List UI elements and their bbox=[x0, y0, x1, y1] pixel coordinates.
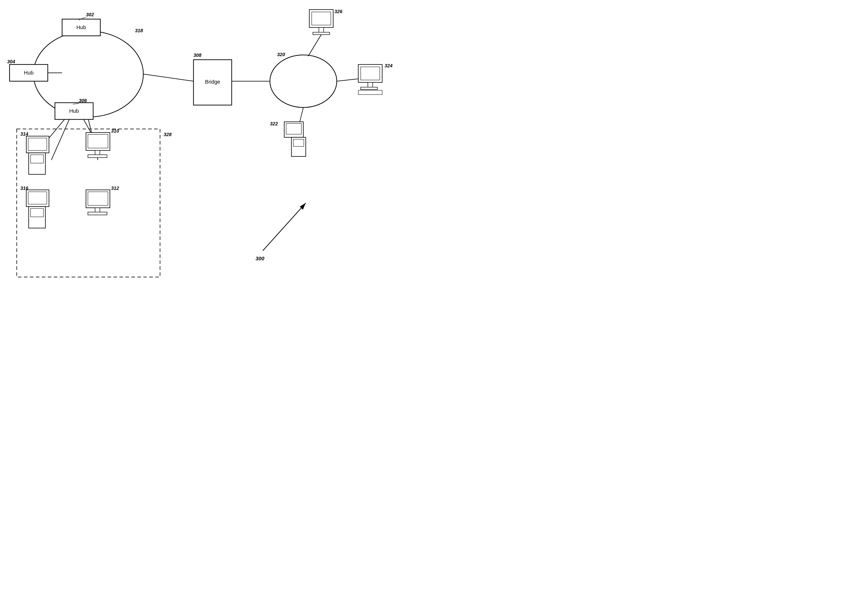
svg-rect-31 bbox=[28, 138, 47, 150]
svg-rect-39 bbox=[28, 192, 47, 204]
svg-line-19 bbox=[337, 79, 358, 81]
svg-rect-36 bbox=[95, 150, 100, 155]
svg-rect-41 bbox=[31, 208, 43, 217]
svg-point-1 bbox=[270, 55, 337, 108]
svg-rect-21 bbox=[286, 124, 301, 134]
svg-rect-10 bbox=[312, 12, 331, 25]
label-326: 326 bbox=[334, 9, 342, 14]
label-300: 300 bbox=[255, 255, 264, 261]
svg-rect-35 bbox=[88, 134, 108, 148]
label-328: 328 bbox=[164, 132, 172, 137]
svg-line-26 bbox=[51, 119, 69, 160]
hub306-box-label: Hub bbox=[69, 108, 79, 114]
svg-rect-45 bbox=[88, 212, 107, 215]
label-302: 302 bbox=[86, 12, 94, 17]
label-322: 322 bbox=[270, 121, 278, 126]
svg-rect-17 bbox=[361, 87, 377, 90]
label-310: 310 bbox=[111, 128, 119, 134]
hub302-label: Hub bbox=[77, 24, 86, 30]
svg-rect-44 bbox=[95, 208, 100, 212]
bridge308-box-label: Bridge bbox=[205, 79, 220, 85]
svg-rect-11 bbox=[319, 28, 324, 32]
svg-rect-33 bbox=[31, 155, 43, 163]
label-318: 318 bbox=[135, 28, 143, 33]
svg-rect-12 bbox=[313, 32, 330, 35]
label-314: 314 bbox=[20, 131, 28, 137]
svg-line-46 bbox=[263, 203, 306, 251]
svg-rect-43 bbox=[88, 192, 108, 205]
svg-line-24 bbox=[300, 108, 303, 122]
svg-rect-18 bbox=[358, 90, 382, 94]
svg-rect-37 bbox=[88, 155, 107, 158]
label-316: 316 bbox=[20, 186, 28, 191]
label-308: 308 bbox=[193, 53, 202, 58]
svg-rect-16 bbox=[368, 83, 373, 87]
svg-rect-15 bbox=[361, 67, 380, 80]
label-324: 324 bbox=[385, 63, 393, 68]
network-diagram: Hub 302 Hub 304 Hub 306 Bridge 308 318 3… bbox=[0, 0, 434, 296]
label-304: 304 bbox=[7, 59, 15, 64]
svg-rect-23 bbox=[293, 139, 304, 146]
hub304-box-label: Hub bbox=[24, 70, 34, 76]
label-306: 306 bbox=[79, 98, 87, 103]
label-312: 312 bbox=[111, 186, 119, 191]
label-320: 320 bbox=[277, 52, 285, 57]
svg-line-7 bbox=[143, 74, 193, 81]
svg-line-13 bbox=[308, 35, 321, 56]
